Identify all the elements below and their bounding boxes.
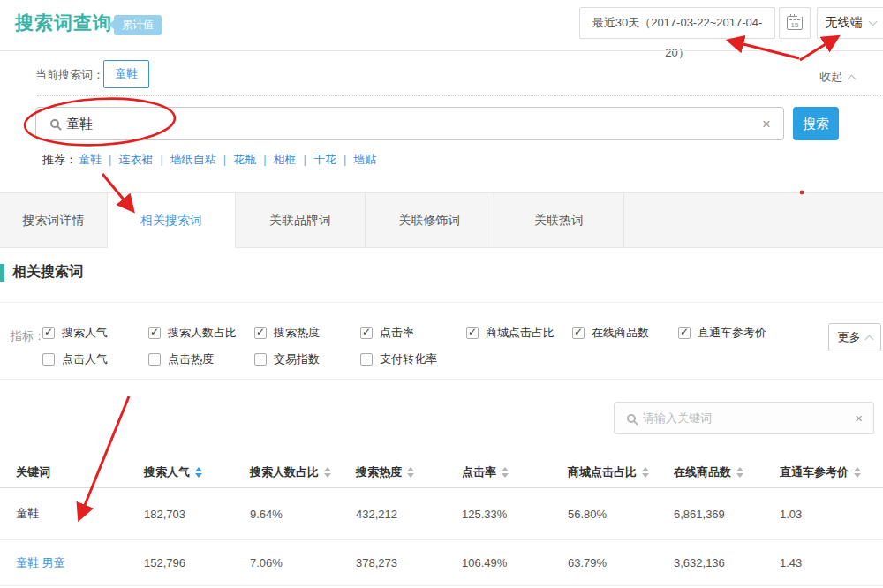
recommend-link[interactable]: 花瓶	[233, 152, 273, 168]
sort-icon[interactable]	[854, 467, 861, 478]
metric-option[interactable]: 搜索人数占比	[148, 325, 254, 341]
recommend-link[interactable]: 墙贴	[353, 152, 376, 168]
metric-option[interactable]: 商城点击占比	[466, 325, 572, 341]
chevron-up-icon	[864, 335, 873, 343]
checkbox-icon[interactable]	[254, 327, 267, 339]
cell-ztc-ref-price: 1.43	[780, 556, 883, 569]
metric-option[interactable]: 搜索人气	[42, 325, 148, 341]
metrics-label: 指标：	[11, 328, 45, 344]
annotation-arrow-terminal	[800, 37, 837, 60]
recommend-link[interactable]: 童鞋	[79, 152, 118, 168]
date-range-selector[interactable]: 最近30天（2017-03-22~2017-04-20）	[579, 7, 775, 39]
metric-option[interactable]: 支付转化率	[360, 351, 466, 367]
collapse-toggle[interactable]: 收起	[819, 69, 855, 85]
cell-search-heat: 432,212	[356, 508, 462, 521]
checkbox-icon[interactable]	[148, 327, 161, 339]
table-row[interactable]: 童鞋 182,703 9.64% 432,212 125.33% 56.80% …	[0, 488, 883, 540]
metric-option[interactable]: 点击人气	[42, 351, 148, 367]
recommend-link[interactable]: 墙纸自粘	[170, 152, 233, 168]
checkbox-icon[interactable]	[42, 353, 55, 366]
current-search-term-button[interactable]: 童鞋	[103, 60, 149, 88]
checkbox-icon[interactable]	[360, 353, 373, 366]
column-label: 点击率	[462, 464, 496, 480]
terminal-dropdown[interactable]: 无线端	[817, 7, 883, 39]
column-label: 在线商品数	[674, 464, 731, 480]
sort-icon[interactable]	[324, 467, 331, 478]
keyword-filter-input[interactable]	[643, 411, 855, 425]
column-header: 点击率	[462, 464, 568, 480]
keyword-filter-box[interactable]: ×	[614, 402, 874, 434]
cell-click-rate: 125.33%	[462, 508, 568, 521]
tab-related-brand-terms[interactable]: 关联品牌词	[236, 193, 366, 248]
checkbox-icon[interactable]	[360, 327, 373, 339]
column-header: 搜索人数占比	[250, 464, 356, 480]
recommend-link[interactable]: 干花	[313, 152, 353, 168]
cell-search-popularity: 152,796	[144, 556, 250, 569]
metric-option[interactable]: 交易指数	[254, 351, 360, 367]
metric-label: 搜索人数占比	[168, 325, 237, 341]
search-box[interactable]: ×	[35, 107, 784, 140]
cumulative-badge: 累计值	[114, 15, 162, 35]
column-label: 关键词	[16, 464, 50, 480]
checkbox-icon[interactable]	[466, 327, 479, 339]
table-header-row: 关键词 搜索人气 搜索人数占比 搜索热度 点击率 商城点击占比 在线商品数 直通…	[0, 456, 883, 488]
section-divider	[0, 302, 883, 303]
metric-option[interactable]: 搜索热度	[254, 325, 360, 341]
column-label: 直通车参考价	[780, 464, 849, 480]
sort-icon[interactable]	[195, 467, 202, 478]
cell-mall-click-share: 63.79%	[568, 556, 674, 569]
checkbox-icon[interactable]	[254, 353, 267, 366]
column-header: 搜索热度	[356, 464, 462, 480]
checkbox-icon[interactable]	[42, 327, 55, 339]
table-row[interactable]: 童鞋 男童 152,796 7.06% 378,273 106.49% 63.7…	[0, 540, 883, 586]
recommend-label: 推荐：	[42, 152, 77, 168]
current-search-label: 当前搜索词：	[35, 67, 104, 83]
metric-label: 点击率	[380, 325, 414, 341]
more-metrics-button[interactable]: 更多	[828, 323, 881, 351]
dotted-divider	[37, 95, 881, 96]
sort-icon[interactable]	[736, 467, 743, 478]
sort-icon[interactable]	[642, 467, 649, 478]
sort-icon[interactable]	[407, 467, 414, 478]
tab-related-hot-terms[interactable]: 关联热词	[494, 193, 624, 248]
column-header: 直通车参考价	[780, 464, 883, 480]
metric-option[interactable]: 直通车参考价	[678, 325, 784, 341]
search-input[interactable]	[66, 117, 762, 132]
column-label: 商城点击占比	[568, 464, 637, 480]
clear-filter-icon[interactable]: ×	[855, 411, 863, 425]
metric-label: 点击热度	[168, 351, 214, 367]
metric-option[interactable]: 在线商品数	[572, 325, 678, 341]
search-icon	[627, 414, 636, 423]
metric-label: 支付转化率	[380, 351, 437, 367]
metric-label: 直通车参考价	[698, 325, 766, 341]
tab-bar: 搜索词详情 相关搜索词 关联品牌词 关联修饰词 关联热词	[0, 193, 883, 248]
recommendations-row: 推荐： 童鞋 连衣裙 墙纸自粘 花瓶 相框 干花 墙贴	[42, 152, 376, 168]
sort-icon[interactable]	[502, 467, 509, 478]
keyword-link[interactable]: 童鞋 男童	[16, 556, 65, 569]
column-header: 在线商品数	[674, 464, 780, 480]
checkbox-icon[interactable]	[572, 327, 585, 339]
tab-related-search-terms[interactable]: 相关搜索词	[108, 193, 236, 248]
tab-search-term-detail[interactable]: 搜索词详情	[0, 193, 108, 248]
checkbox-icon[interactable]	[148, 353, 161, 366]
cell-online-products: 3,632,136	[674, 556, 780, 569]
recommend-link[interactable]: 相框	[274, 152, 313, 168]
search-button[interactable]: 搜索	[793, 107, 839, 140]
related-terms-table: 关键词 搜索人气 搜索人数占比 搜索热度 点击率 商城点击占比 在线商品数 直通…	[0, 456, 883, 586]
column-label: 搜索人数占比	[250, 464, 319, 480]
calendar-button[interactable]: 15	[779, 7, 811, 39]
checkbox-icon[interactable]	[678, 327, 691, 339]
metric-option[interactable]: 点击率	[360, 325, 466, 341]
metric-option[interactable]: 点击热度	[148, 351, 254, 367]
chevron-up-icon	[848, 74, 857, 83]
cell-searcher-share: 9.64%	[250, 508, 356, 521]
metric-label: 交易指数	[274, 351, 320, 367]
recommend-link[interactable]: 连衣裙	[118, 152, 170, 168]
metrics-row-1: 搜索人气 搜索人数占比 搜索热度 点击率 商城点击占比 在线商品数 直通车参考价	[42, 325, 784, 341]
cell-search-popularity: 182,703	[144, 508, 250, 521]
tabbar-filler	[624, 193, 883, 248]
cell-mall-click-share: 56.80%	[568, 508, 674, 521]
search-icon	[50, 119, 59, 128]
clear-search-icon[interactable]: ×	[762, 117, 771, 132]
tab-related-modifier-terms[interactable]: 关联修饰词	[366, 193, 494, 248]
